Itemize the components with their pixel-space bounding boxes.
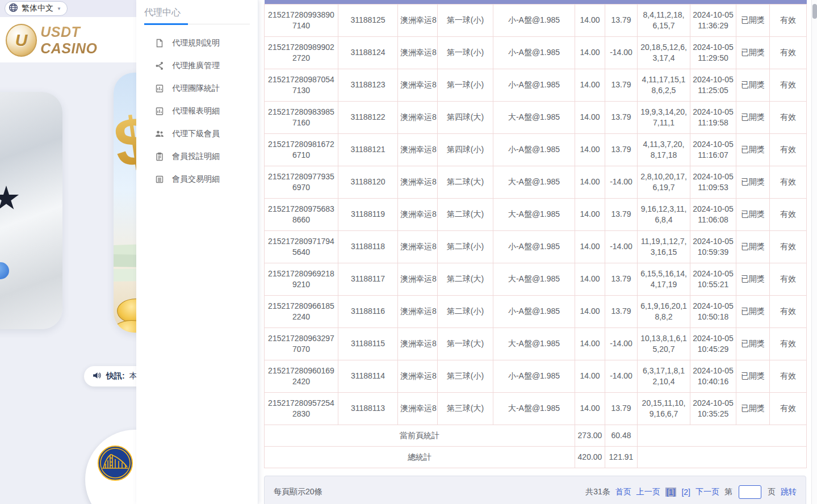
cell-bet-time: 2024-10-05 11:16:07 bbox=[690, 133, 736, 166]
current-page-summary-empty bbox=[638, 425, 807, 446]
language-selector[interactable]: 繁体中文 ▼ bbox=[5, 1, 68, 16]
site-logo[interactable]: U USDT CASINO bbox=[6, 24, 136, 57]
cell-bet-amount: 14.00 bbox=[575, 36, 605, 69]
clipboard-icon bbox=[155, 152, 164, 161]
cell-status: 已開獎 bbox=[736, 295, 770, 327]
cell-status: 已開獎 bbox=[736, 36, 770, 69]
page-scrollbar-track[interactable] bbox=[811, 0, 817, 504]
cell-bet-id: 31188117 bbox=[338, 263, 398, 295]
jump-button[interactable]: 跳转 bbox=[781, 487, 797, 497]
table-row: 2152172809938907140 31188125 澳洲幸运8 第一球(小… bbox=[265, 4, 807, 36]
cell-order-number: 2152172809839857160 bbox=[265, 101, 338, 133]
cell-game-name: 澳洲幸运8 bbox=[398, 101, 438, 133]
page-scrollbar-thumb[interactable] bbox=[812, 4, 817, 19]
cell-bet-id: 31188123 bbox=[338, 69, 398, 101]
pager: 共31条 首页 上一页 [1] [2] 下一页 第 页 跳转 bbox=[585, 485, 797, 499]
table-row: 2152172809632977070 31188115 澳洲幸运8 第一球(大… bbox=[265, 327, 807, 360]
bet-records-table: 2152172809938907140 31188125 澳洲幸运8 第一球(小… bbox=[264, 0, 807, 468]
page-1-link[interactable]: [1] bbox=[665, 488, 677, 497]
jump-prefix-label: 第 bbox=[724, 487, 732, 497]
cell-bet-time: 2024-10-05 11:36:29 bbox=[690, 4, 736, 36]
cell-bet-content: 大-A盤@1.985 bbox=[493, 327, 575, 360]
cell-validity: 有效 bbox=[770, 263, 807, 295]
logo-text: USDT CASINO bbox=[40, 24, 136, 57]
cell-bet-amount: 14.00 bbox=[575, 101, 605, 133]
cell-draw-result: 4,11,17,15,18,6,2,5 bbox=[638, 69, 690, 101]
cell-bet-id: 31188116 bbox=[338, 295, 398, 327]
sidebar-menu-item[interactable]: 會員交易明細 bbox=[136, 168, 258, 191]
sidebar-title: 代理中心 bbox=[136, 0, 258, 23]
cell-bet-amount: 14.00 bbox=[575, 166, 605, 198]
total-summary-label: 總統計 bbox=[265, 446, 575, 468]
table-row: 2152172809692189210 31188117 澳洲幸运8 第二球(大… bbox=[265, 263, 807, 295]
table-row: 2152172809899022720 31188124 澳洲幸运8 第一球(小… bbox=[265, 36, 807, 69]
report-icon bbox=[155, 84, 164, 93]
table-row: 2152172809870547130 31188123 澳洲幸运8 第一球(小… bbox=[265, 69, 807, 101]
cell-validity: 有效 bbox=[770, 327, 807, 360]
cell-bet-id: 31188121 bbox=[338, 133, 398, 166]
total-count-text: 共31条 bbox=[585, 487, 610, 497]
sidebar-menu-item[interactable]: 代理下級會員 bbox=[136, 123, 258, 145]
total-summary-row: 總統計 420.00 121.91 bbox=[265, 446, 807, 468]
cell-bet-amount: 14.00 bbox=[575, 360, 605, 392]
cell-game-name: 澳洲幸运8 bbox=[398, 360, 438, 392]
total-amount: 420.00 bbox=[575, 446, 605, 468]
cell-validity: 有效 bbox=[770, 360, 807, 392]
cell-game-name: 澳洲幸运8 bbox=[398, 69, 438, 101]
cell-draw-result: 10,13,8,1,6,15,20,7 bbox=[638, 327, 690, 360]
cell-bet-id: 31188115 bbox=[338, 327, 398, 360]
table-row: 2152172809779356970 31188120 澳洲幸运8 第二球(大… bbox=[265, 166, 807, 198]
sidebar-menu-item[interactable]: 代理推廣管理 bbox=[136, 54, 258, 77]
coin-logo-icon: U bbox=[6, 24, 37, 57]
cell-win-loss: -14.00 bbox=[605, 327, 638, 360]
sidebar-menu-item[interactable]: 代理團隊統計 bbox=[136, 77, 258, 100]
jump-page-input[interactable] bbox=[739, 485, 761, 499]
first-page-link[interactable]: 首页 bbox=[615, 487, 631, 497]
cell-bet-content: 小-A盤@1.985 bbox=[493, 360, 575, 392]
cell-win-loss: -14.00 bbox=[605, 230, 638, 263]
cell-win-loss: -14.00 bbox=[605, 360, 638, 392]
cell-bet-id: 31188118 bbox=[338, 230, 398, 263]
cell-bet-content: 小-A盤@1.985 bbox=[493, 69, 575, 101]
cell-validity: 有效 bbox=[770, 4, 807, 36]
sidebar-title-underline bbox=[144, 23, 250, 25]
cell-game-name: 澳洲幸运8 bbox=[398, 36, 438, 69]
cell-play-type: 第一球(小) bbox=[438, 4, 493, 36]
cell-order-number: 2152172809661852240 bbox=[265, 295, 338, 327]
sidebar-menu-item[interactable]: 代理報表明細 bbox=[136, 100, 258, 123]
cell-status: 已開獎 bbox=[736, 360, 770, 392]
sidebar-menu-item[interactable]: 會員投註明細 bbox=[136, 145, 258, 168]
cell-validity: 有效 bbox=[770, 69, 807, 101]
cell-bet-content: 小-A盤@1.985 bbox=[493, 4, 575, 36]
cell-bet-content: 大-A盤@1.985 bbox=[493, 166, 575, 198]
cell-bet-amount: 14.00 bbox=[575, 198, 605, 230]
cell-validity: 有效 bbox=[770, 295, 807, 327]
speaker-icon bbox=[92, 371, 102, 383]
cell-draw-result: 8,4,11,2,18,6,15,7 bbox=[638, 4, 690, 36]
share-icon bbox=[155, 61, 164, 70]
page-2-link[interactable]: [2] bbox=[681, 488, 690, 497]
table-row: 2152172809717945640 31188118 澳洲幸运8 第二球(小… bbox=[265, 230, 807, 263]
cell-bet-amount: 14.00 bbox=[575, 392, 605, 425]
cell-draw-result: 6,15,5,16,14,4,17,19 bbox=[638, 263, 690, 295]
chevron-down-icon: ▼ bbox=[57, 6, 61, 11]
next-page-link[interactable]: 下一页 bbox=[696, 487, 719, 497]
prev-page-link[interactable]: 上一页 bbox=[636, 487, 660, 497]
cell-game-name: 澳洲幸运8 bbox=[398, 198, 438, 230]
cell-order-number: 2152172809756838660 bbox=[265, 198, 338, 230]
current-page-summary-row: 當前頁統計 273.00 60.48 bbox=[265, 425, 807, 446]
cell-validity: 有效 bbox=[770, 230, 807, 263]
cell-bet-content: 大-A盤@1.985 bbox=[493, 392, 575, 425]
table-row: 2152172809601692420 31188114 澳洲幸运8 第三球(小… bbox=[265, 360, 807, 392]
cell-play-type: 第四球(小) bbox=[438, 133, 493, 166]
cell-order-number: 2152172809632977070 bbox=[265, 327, 338, 360]
cell-draw-result: 9,16,12,3,11,6,8,4 bbox=[638, 198, 690, 230]
sidebar-menu-item[interactable]: 代理規則說明 bbox=[136, 32, 258, 54]
cell-bet-content: 小-A盤@1.985 bbox=[493, 133, 575, 166]
blue-dot-decoration bbox=[0, 262, 9, 279]
total-winloss: 121.91 bbox=[605, 446, 638, 468]
cell-game-name: 澳洲幸运8 bbox=[398, 133, 438, 166]
list-icon bbox=[155, 175, 164, 184]
cell-win-loss: 13.79 bbox=[605, 4, 638, 36]
users-icon bbox=[155, 129, 164, 138]
